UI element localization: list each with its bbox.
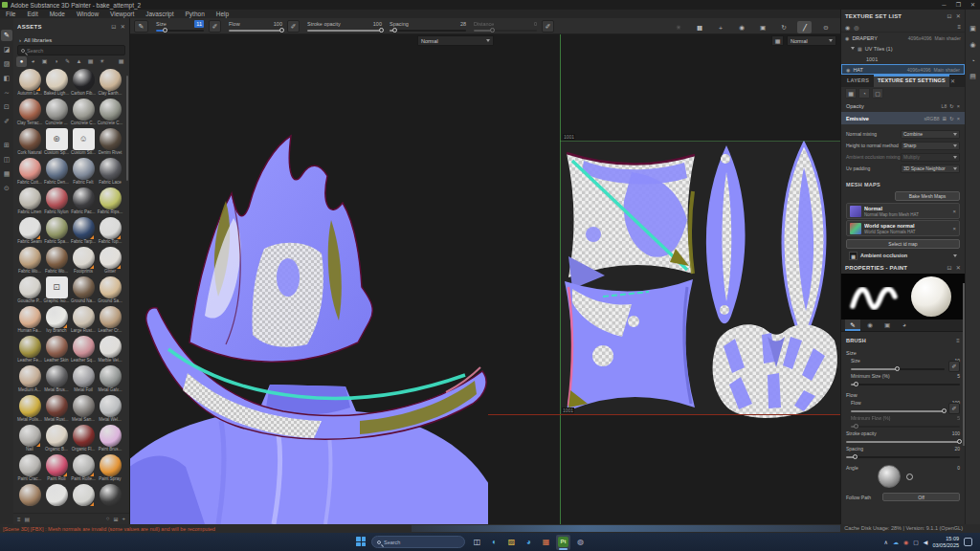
dock-panel-icon[interactable]: ⊡ <box>111 23 116 30</box>
slider-spacing[interactable] <box>390 30 466 32</box>
expand-icon[interactable]: ▢ <box>872 88 883 99</box>
viewport-3d-model[interactable] <box>130 134 488 524</box>
asset-item[interactable]: ☺Custom Sti... <box>70 127 97 157</box>
onedrive-icon[interactable]: ☁ <box>893 539 899 545</box>
asset-item[interactable]: Leather Fe... <box>16 335 43 364</box>
solo-visibility-icon[interactable]: ◎ <box>854 24 858 31</box>
menu-help[interactable]: Help <box>211 10 234 18</box>
asset-item[interactable]: Paint Roll <box>43 453 70 483</box>
follow-path-toggle[interactable]: Off <box>882 493 960 501</box>
view-mode-2d-select[interactable]: Normal <box>787 35 836 46</box>
sync-app-icon[interactable]: ◉ <box>903 539 908 545</box>
asset-item[interactable]: Paint Spray <box>97 453 123 483</box>
asset-item[interactable]: ⊡Graphic Iso... <box>43 276 70 305</box>
new-shelf-icon[interactable]: ⊞ <box>113 516 118 522</box>
close-button[interactable]: ✕ <box>966 0 980 10</box>
asset-item[interactable]: Large Rust... <box>70 305 97 335</box>
smudge-tool-icon[interactable]: ∼ <box>1 87 12 99</box>
uv-tile-1001-row[interactable]: 1001 <box>841 54 965 64</box>
slider-size[interactable] <box>156 30 204 32</box>
tab-layers[interactable]: LAYERS <box>843 75 873 87</box>
pen-pressure-icon[interactable]: ✐ <box>542 20 554 33</box>
brush-slider[interactable] <box>851 368 945 370</box>
asset-item[interactable]: Fabric Den... <box>43 157 70 187</box>
reset-channel-icon[interactable]: ↻ <box>949 103 954 109</box>
texture-set-row-drapery[interactable]: ◉ DRAPERY 4096x4096 Main shader <box>841 33 965 43</box>
texture-set-row-hat[interactable]: ◉ HAT 4096x4096 Main shader <box>841 64 965 75</box>
view-mode-3d-select[interactable]: Normal <box>417 35 494 46</box>
asset-item[interactable]: Metal Wel... <box>97 394 123 424</box>
filter-alphas-icon[interactable]: ▲ <box>74 56 84 67</box>
store-icon[interactable]: ▦ <box>539 535 553 550</box>
dock-panel-icon[interactable]: ⊡ <box>947 264 952 271</box>
asset-item[interactable]: Nail <box>16 424 43 453</box>
dock-panel-icon[interactable]: ⊡ <box>947 12 952 19</box>
substance-painter-taskbar-icon[interactable]: Pt <box>556 535 570 550</box>
menu-file[interactable]: File <box>0 10 21 18</box>
setting-select[interactable]: 3D Space Neighbor <box>901 165 960 173</box>
tab-material-icon[interactable]: ◕ <box>897 320 912 331</box>
copilot-icon[interactable]: ◐ <box>487 535 501 550</box>
mesh-map-card[interactable]: World space normalWorld Space Normals HA… <box>846 220 960 236</box>
close-panel-icon[interactable]: ✕ <box>956 12 961 19</box>
close-panel-icon[interactable]: ✕ <box>956 264 961 271</box>
asset-item[interactable]: Fabric Felt <box>70 157 97 187</box>
geometry-mask-tool-icon[interactable]: ⊞ <box>1 140 12 151</box>
asset-item[interactable]: Organic Fl... <box>70 424 97 453</box>
brush-slider[interactable] <box>851 426 960 428</box>
remove-channel-icon[interactable]: × <box>957 116 960 121</box>
projection-tool-icon[interactable]: ▨ <box>1 58 12 70</box>
right-panel-scrollbar[interactable] <box>963 283 965 446</box>
asset-item[interactable]: Baked Ligh... <box>43 68 70 98</box>
asset-item[interactable]: Paint Rolle... <box>70 453 97 483</box>
asset-item[interactable]: Metal San... <box>70 394 97 424</box>
asset-item[interactable]: ⊛Custom Sp... <box>43 127 70 157</box>
list-view-icon[interactable]: ≡ <box>17 517 21 522</box>
asset-item[interactable] <box>97 483 123 513</box>
display-settings-panel-icon[interactable]: ▣ <box>969 25 976 33</box>
angle-dial[interactable] <box>878 465 901 488</box>
asset-item[interactable]: Human Fa... <box>16 305 43 335</box>
asset-item[interactable]: Metal Foil <box>70 364 97 394</box>
asset-item[interactable]: Metal Polis... <box>16 394 43 424</box>
brush-slider[interactable] <box>846 456 960 458</box>
uv-grid-toggle-icon[interactable]: ▦ <box>771 35 784 46</box>
pen-pressure-icon[interactable]: ✐ <box>287 20 300 33</box>
asset-item[interactable]: Fabric Top... <box>97 216 123 246</box>
asset-item[interactable]: Fabric Tarp... <box>70 216 97 246</box>
volume-icon[interactable]: ◀ <box>924 539 928 545</box>
notification-center-icon[interactable] <box>964 538 972 546</box>
brush-options-icon[interactable]: ≡ <box>956 338 960 343</box>
angle-knob[interactable] <box>906 474 913 480</box>
clone-tool-icon[interactable]: ⊡ <box>1 101 12 113</box>
remove-channel-icon[interactable]: × <box>957 103 960 109</box>
asset-item[interactable]: Metal Brus... <box>43 364 70 394</box>
brush-slider[interactable] <box>851 384 960 386</box>
asset-item[interactable]: Marble Vei... <box>97 335 123 364</box>
mesh-map-card[interactable]: NormalNormal Map from Mesh HAT× <box>846 203 960 219</box>
gizmo-translate-icon[interactable]: ＋ <box>713 21 727 33</box>
slider-stroke-opacity[interactable] <box>307 30 382 32</box>
channels-icon[interactable]: ▦ <box>845 88 857 99</box>
size-icon[interactable]: ◔ <box>858 88 870 99</box>
slider-distance[interactable] <box>474 30 537 32</box>
asset-item[interactable]: Cork Natural <box>16 127 43 157</box>
tab-alpha-icon[interactable]: ◉ <box>862 320 878 331</box>
asset-item[interactable]: Fabric Linen <box>16 187 43 216</box>
menu-mode[interactable]: Mode <box>44 10 71 18</box>
pen-pressure-icon[interactable]: ✐ <box>948 361 960 372</box>
visibility-eye-icon[interactable]: ◉ <box>846 67 850 73</box>
tab-texture-set-settings[interactable]: TEXTURE SET SETTINGS <box>874 75 949 87</box>
thumbnail-size-icon[interactable]: ▦ <box>116 56 126 67</box>
tray-chevron-icon[interactable]: ∧ <box>884 539 888 545</box>
asset-item[interactable]: Concrete ... <box>43 98 70 127</box>
asset-item[interactable]: Paint Crac... <box>16 453 43 483</box>
menu-window[interactable]: Window <box>71 10 104 18</box>
minimize-button[interactable]: ─ <box>937 0 951 10</box>
taskbar-clock[interactable]: 15:09 03/05/2025 <box>932 536 959 548</box>
display-tray-icon[interactable]: ▢ <box>913 539 919 545</box>
slider-flow[interactable] <box>229 30 282 32</box>
edge-icon[interactable]: ◕ <box>522 535 536 550</box>
asset-item[interactable]: Metal Galv... <box>97 364 123 394</box>
asset-item[interactable]: Fabric Rips... <box>97 187 123 216</box>
